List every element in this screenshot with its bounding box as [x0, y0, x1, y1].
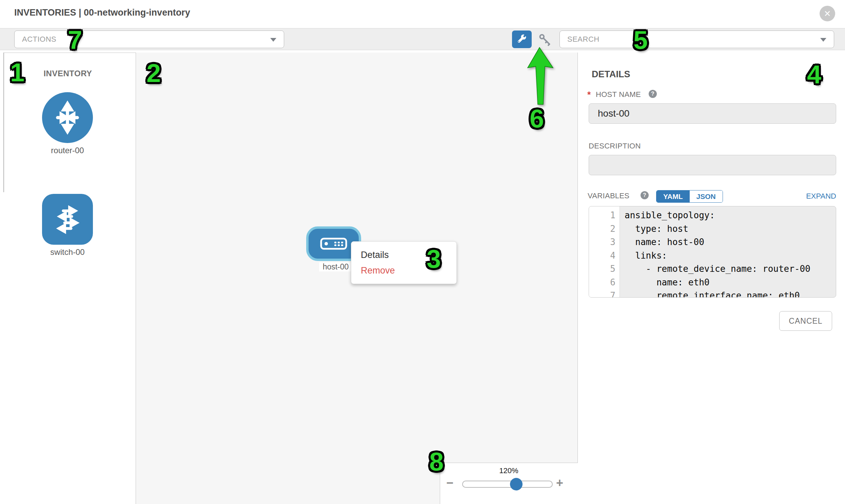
- line-number: 4: [589, 249, 619, 263]
- router-label: router-00: [17, 146, 118, 155]
- code-line: links:: [624, 249, 836, 263]
- chevron-down-icon: [820, 38, 826, 42]
- sidebar-item-switch[interactable]: [42, 194, 93, 245]
- annotation-3: 3: [426, 246, 441, 272]
- actions-dropdown[interactable]: ACTIONS: [14, 31, 284, 48]
- line-number: 7: [589, 289, 619, 298]
- description-input[interactable]: [589, 155, 836, 175]
- context-menu-item-remove[interactable]: Remove: [361, 265, 456, 276]
- description-label: DESCRIPTION: [589, 142, 641, 150]
- switch-label: switch-00: [17, 248, 118, 257]
- annotation-6: 6: [530, 106, 544, 131]
- line-number: 3: [589, 236, 619, 249]
- sidebar-item-router[interactable]: [42, 92, 93, 143]
- code-line: type: host: [624, 222, 836, 236]
- page-title: INVENTORIES | 00-networking-inventory: [14, 7, 190, 18]
- switch-arrows-icon: [50, 202, 85, 237]
- annotation-8: 8: [429, 449, 443, 474]
- zoom-level: 120%: [440, 466, 578, 475]
- details-heading: DETAILS: [592, 69, 630, 80]
- annotation-4: 4: [807, 62, 821, 87]
- variables-format-toggle: YAML JSON: [656, 190, 723, 203]
- annotation-5: 5: [633, 27, 648, 53]
- search-dropdown[interactable]: SEARCH: [560, 31, 834, 48]
- chevron-down-icon: [270, 38, 276, 42]
- wrench-icon: [517, 34, 527, 44]
- help-icon[interactable]: ?: [640, 191, 649, 199]
- actions-dropdown-label: ACTIONS: [22, 31, 56, 48]
- code-line: name: host-00: [624, 236, 836, 249]
- context-menu-item-details[interactable]: Details: [361, 250, 456, 260]
- server-icon: [320, 238, 347, 250]
- code-line: ansible_topology:: [624, 209, 836, 222]
- credentials-button[interactable]: [537, 32, 553, 48]
- tab-json[interactable]: JSON: [690, 191, 723, 202]
- line-number: 6: [589, 276, 619, 289]
- tab-yaml[interactable]: YAML: [656, 191, 690, 202]
- line-number: 5: [589, 262, 619, 276]
- annotation-7: 7: [68, 27, 82, 53]
- line-number: 2: [589, 222, 619, 236]
- tools-button[interactable]: [512, 31, 532, 48]
- zoom-slider-track[interactable]: [462, 481, 553, 488]
- host-node-label: host-00: [319, 262, 352, 271]
- variables-code-editor[interactable]: 1 2 3 4 5 6 7 ansible_topology: type: ho…: [589, 206, 836, 298]
- inventory-topology-page: INVENTORIES | 00-networking-inventory ✕ …: [0, 0, 845, 504]
- cancel-button[interactable]: CANCEL: [779, 311, 832, 331]
- line-number: 1: [589, 209, 619, 222]
- editor-code[interactable]: ansible_topology: type: host name: host-…: [620, 206, 836, 297]
- green-up-arrow-icon: [525, 46, 557, 107]
- host-name-input[interactable]: host-00: [589, 103, 836, 124]
- required-asterisk: *: [587, 89, 591, 100]
- code-line: - remote_device_name: router-00: [624, 262, 836, 276]
- variables-label: VARIABLES: [588, 192, 629, 200]
- annotation-2: 2: [146, 60, 161, 86]
- help-icon[interactable]: ?: [649, 90, 657, 98]
- router-arrows-icon: [50, 100, 85, 135]
- key-icon: [538, 33, 552, 47]
- close-icon[interactable]: ✕: [820, 6, 835, 21]
- host-name-label: HOST NAME: [596, 90, 641, 99]
- expand-link[interactable]: EXPAND: [770, 192, 836, 201]
- code-line: remote_interface_name: eth0: [624, 289, 836, 298]
- search-dropdown-label: SEARCH: [567, 31, 599, 48]
- zoom-out-button[interactable]: −: [446, 476, 453, 490]
- zoom-slider-thumb[interactable]: [510, 478, 523, 490]
- code-line: name: eth0: [624, 276, 836, 289]
- annotation-1: 1: [10, 60, 24, 85]
- editor-line-numbers: 1 2 3 4 5 6 7: [589, 206, 620, 297]
- zoom-in-button[interactable]: +: [556, 476, 563, 490]
